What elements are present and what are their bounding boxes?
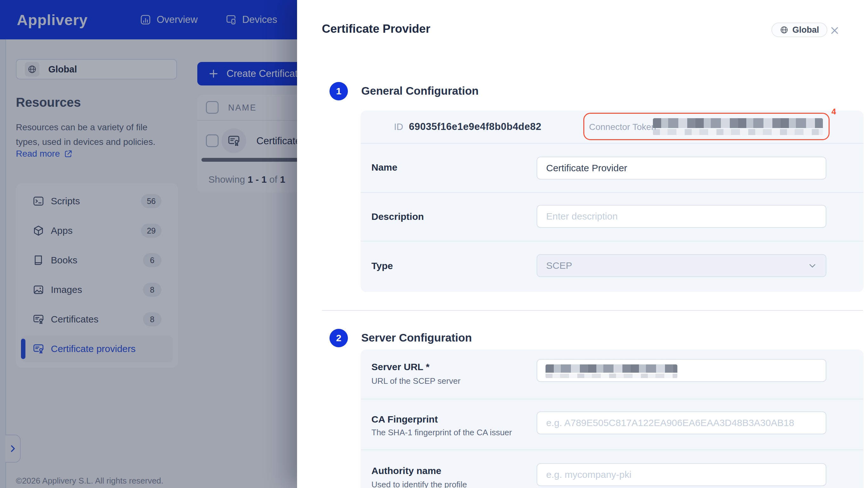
row-divider [361, 192, 864, 193]
scope-badge-global: Global [771, 23, 827, 37]
name-label: Name [371, 162, 398, 173]
step-2-badge: 2 [330, 329, 348, 347]
close-button[interactable] [828, 24, 841, 37]
server-url-label: Server URL * [371, 362, 430, 372]
description-input[interactable] [537, 205, 826, 228]
row-divider [361, 450, 864, 450]
row-divider [361, 399, 864, 399]
annotation-number: 4 [832, 107, 836, 117]
id-value: 69035f16e1e9e4f8b0b4de82 [409, 121, 541, 132]
server-url-input[interactable] [537, 359, 826, 382]
section-divider [322, 310, 863, 311]
row-divider [361, 241, 864, 241]
ca-fingerprint-helper: The SHA-1 fingerprint of the CA issuer [371, 428, 512, 437]
type-label: Type [371, 261, 393, 271]
ca-fingerprint-label: CA Fingerprint [371, 414, 438, 425]
annotation-highlight-box [583, 113, 830, 140]
row-divider [361, 143, 864, 144]
section-title-general: General Configuration [361, 85, 478, 97]
app-root: Applivery Overview Devices Global Resour… [0, 0, 868, 488]
drawer-title: Certificate Provider [322, 22, 430, 36]
ca-fingerprint-input[interactable] [537, 411, 826, 434]
chevron-down-icon [807, 261, 817, 271]
name-input[interactable] [537, 157, 826, 180]
certificate-provider-drawer: Certificate Provider Global 1 General Co… [297, 0, 868, 488]
type-select[interactable]: SCEP [537, 254, 826, 277]
close-icon [829, 25, 840, 36]
authority-name-helper: Used to identify the profile [371, 480, 467, 488]
section-title-server: Server Configuration [361, 331, 472, 344]
authority-name-label: Authority name [371, 465, 441, 476]
server-url-helper: URL of the SCEP server [371, 376, 460, 386]
id-label: ID [394, 122, 403, 132]
server-url-redacted-value [546, 364, 677, 378]
globe-icon [780, 25, 788, 34]
description-label: Description [371, 211, 424, 222]
authority-name-input[interactable] [537, 463, 826, 486]
step-1-badge: 1 [330, 82, 348, 100]
